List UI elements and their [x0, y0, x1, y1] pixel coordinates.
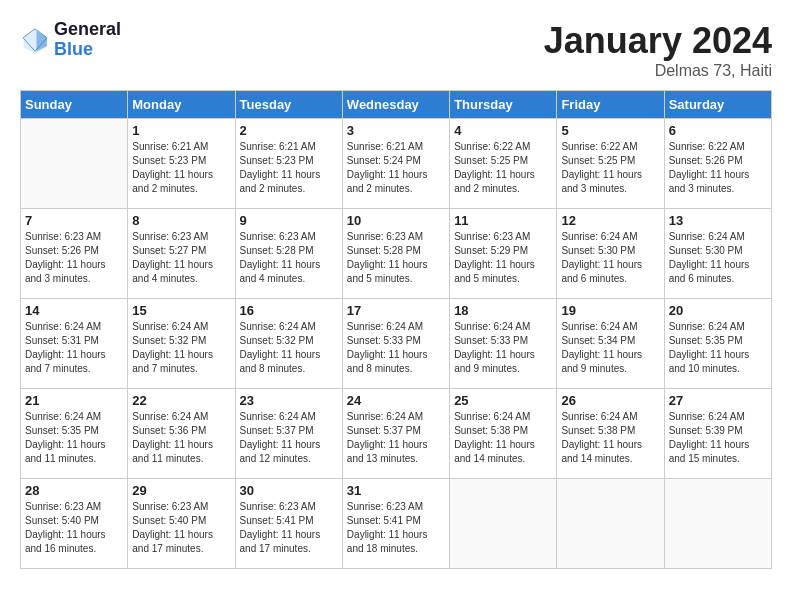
day-number: 29 — [132, 483, 230, 498]
day-info: Sunrise: 6:21 AM Sunset: 5:23 PM Dayligh… — [132, 140, 230, 196]
col-header-tuesday: Tuesday — [235, 91, 342, 119]
calendar-cell: 15Sunrise: 6:24 AM Sunset: 5:32 PM Dayli… — [128, 299, 235, 389]
day-number: 26 — [561, 393, 659, 408]
calendar-cell: 13Sunrise: 6:24 AM Sunset: 5:30 PM Dayli… — [664, 209, 771, 299]
calendar-cell — [664, 479, 771, 569]
col-header-monday: Monday — [128, 91, 235, 119]
col-header-sunday: Sunday — [21, 91, 128, 119]
calendar-cell: 9Sunrise: 6:23 AM Sunset: 5:28 PM Daylig… — [235, 209, 342, 299]
day-info: Sunrise: 6:23 AM Sunset: 5:27 PM Dayligh… — [132, 230, 230, 286]
day-info: Sunrise: 6:23 AM Sunset: 5:26 PM Dayligh… — [25, 230, 123, 286]
day-info: Sunrise: 6:24 AM Sunset: 5:36 PM Dayligh… — [132, 410, 230, 466]
page-header: General Blue January 2024 Delmas 73, Hai… — [20, 20, 772, 80]
calendar-cell: 21Sunrise: 6:24 AM Sunset: 5:35 PM Dayli… — [21, 389, 128, 479]
day-number: 5 — [561, 123, 659, 138]
calendar-cell: 26Sunrise: 6:24 AM Sunset: 5:38 PM Dayli… — [557, 389, 664, 479]
day-number: 7 — [25, 213, 123, 228]
day-info: Sunrise: 6:24 AM Sunset: 5:33 PM Dayligh… — [347, 320, 445, 376]
calendar-cell: 17Sunrise: 6:24 AM Sunset: 5:33 PM Dayli… — [342, 299, 449, 389]
logo-line2: Blue — [54, 40, 121, 60]
day-number: 17 — [347, 303, 445, 318]
header-row: SundayMondayTuesdayWednesdayThursdayFrid… — [21, 91, 772, 119]
month-title: January 2024 — [544, 20, 772, 62]
col-header-saturday: Saturday — [664, 91, 771, 119]
day-info: Sunrise: 6:24 AM Sunset: 5:34 PM Dayligh… — [561, 320, 659, 376]
day-info: Sunrise: 6:24 AM Sunset: 5:37 PM Dayligh… — [240, 410, 338, 466]
day-info: Sunrise: 6:24 AM Sunset: 5:38 PM Dayligh… — [561, 410, 659, 466]
day-number: 13 — [669, 213, 767, 228]
calendar-cell: 31Sunrise: 6:23 AM Sunset: 5:41 PM Dayli… — [342, 479, 449, 569]
day-info: Sunrise: 6:24 AM Sunset: 5:32 PM Dayligh… — [132, 320, 230, 376]
calendar-cell: 3Sunrise: 6:21 AM Sunset: 5:24 PM Daylig… — [342, 119, 449, 209]
calendar-cell: 19Sunrise: 6:24 AM Sunset: 5:34 PM Dayli… — [557, 299, 664, 389]
day-number: 25 — [454, 393, 552, 408]
day-number: 20 — [669, 303, 767, 318]
calendar-cell: 16Sunrise: 6:24 AM Sunset: 5:32 PM Dayli… — [235, 299, 342, 389]
calendar-cell: 29Sunrise: 6:23 AM Sunset: 5:40 PM Dayli… — [128, 479, 235, 569]
calendar-cell: 12Sunrise: 6:24 AM Sunset: 5:30 PM Dayli… — [557, 209, 664, 299]
day-info: Sunrise: 6:22 AM Sunset: 5:25 PM Dayligh… — [561, 140, 659, 196]
day-number: 27 — [669, 393, 767, 408]
day-number: 14 — [25, 303, 123, 318]
calendar-table: SundayMondayTuesdayWednesdayThursdayFrid… — [20, 90, 772, 569]
day-number: 10 — [347, 213, 445, 228]
day-info: Sunrise: 6:21 AM Sunset: 5:23 PM Dayligh… — [240, 140, 338, 196]
day-number: 24 — [347, 393, 445, 408]
calendar-cell: 8Sunrise: 6:23 AM Sunset: 5:27 PM Daylig… — [128, 209, 235, 299]
title-section: January 2024 Delmas 73, Haiti — [544, 20, 772, 80]
day-number: 18 — [454, 303, 552, 318]
day-info: Sunrise: 6:24 AM Sunset: 5:31 PM Dayligh… — [25, 320, 123, 376]
calendar-week-3: 14Sunrise: 6:24 AM Sunset: 5:31 PM Dayli… — [21, 299, 772, 389]
calendar-cell: 23Sunrise: 6:24 AM Sunset: 5:37 PM Dayli… — [235, 389, 342, 479]
calendar-week-4: 21Sunrise: 6:24 AM Sunset: 5:35 PM Dayli… — [21, 389, 772, 479]
calendar-cell: 22Sunrise: 6:24 AM Sunset: 5:36 PM Dayli… — [128, 389, 235, 479]
calendar-cell: 7Sunrise: 6:23 AM Sunset: 5:26 PM Daylig… — [21, 209, 128, 299]
day-number: 1 — [132, 123, 230, 138]
location-subtitle: Delmas 73, Haiti — [544, 62, 772, 80]
day-info: Sunrise: 6:22 AM Sunset: 5:25 PM Dayligh… — [454, 140, 552, 196]
calendar-cell: 24Sunrise: 6:24 AM Sunset: 5:37 PM Dayli… — [342, 389, 449, 479]
day-number: 30 — [240, 483, 338, 498]
calendar-cell: 28Sunrise: 6:23 AM Sunset: 5:40 PM Dayli… — [21, 479, 128, 569]
day-number: 11 — [454, 213, 552, 228]
day-number: 6 — [669, 123, 767, 138]
day-info: Sunrise: 6:24 AM Sunset: 5:30 PM Dayligh… — [669, 230, 767, 286]
calendar-cell — [450, 479, 557, 569]
day-info: Sunrise: 6:24 AM Sunset: 5:30 PM Dayligh… — [561, 230, 659, 286]
calendar-cell: 25Sunrise: 6:24 AM Sunset: 5:38 PM Dayli… — [450, 389, 557, 479]
day-info: Sunrise: 6:23 AM Sunset: 5:40 PM Dayligh… — [132, 500, 230, 556]
logo-line1: General — [54, 20, 121, 40]
calendar-cell: 4Sunrise: 6:22 AM Sunset: 5:25 PM Daylig… — [450, 119, 557, 209]
day-number: 3 — [347, 123, 445, 138]
day-info: Sunrise: 6:21 AM Sunset: 5:24 PM Dayligh… — [347, 140, 445, 196]
day-info: Sunrise: 6:24 AM Sunset: 5:35 PM Dayligh… — [669, 320, 767, 376]
calendar-week-2: 7Sunrise: 6:23 AM Sunset: 5:26 PM Daylig… — [21, 209, 772, 299]
calendar-cell: 11Sunrise: 6:23 AM Sunset: 5:29 PM Dayli… — [450, 209, 557, 299]
day-info: Sunrise: 6:23 AM Sunset: 5:40 PM Dayligh… — [25, 500, 123, 556]
day-info: Sunrise: 6:23 AM Sunset: 5:28 PM Dayligh… — [240, 230, 338, 286]
col-header-friday: Friday — [557, 91, 664, 119]
calendar-cell: 14Sunrise: 6:24 AM Sunset: 5:31 PM Dayli… — [21, 299, 128, 389]
day-number: 9 — [240, 213, 338, 228]
logo: General Blue — [20, 20, 121, 60]
calendar-cell: 10Sunrise: 6:23 AM Sunset: 5:28 PM Dayli… — [342, 209, 449, 299]
day-info: Sunrise: 6:23 AM Sunset: 5:28 PM Dayligh… — [347, 230, 445, 286]
day-info: Sunrise: 6:24 AM Sunset: 5:33 PM Dayligh… — [454, 320, 552, 376]
day-info: Sunrise: 6:24 AM Sunset: 5:37 PM Dayligh… — [347, 410, 445, 466]
calendar-week-5: 28Sunrise: 6:23 AM Sunset: 5:40 PM Dayli… — [21, 479, 772, 569]
day-info: Sunrise: 6:23 AM Sunset: 5:29 PM Dayligh… — [454, 230, 552, 286]
logo-text: General Blue — [54, 20, 121, 60]
calendar-cell: 20Sunrise: 6:24 AM Sunset: 5:35 PM Dayli… — [664, 299, 771, 389]
calendar-cell: 2Sunrise: 6:21 AM Sunset: 5:23 PM Daylig… — [235, 119, 342, 209]
calendar-cell: 5Sunrise: 6:22 AM Sunset: 5:25 PM Daylig… — [557, 119, 664, 209]
day-number: 8 — [132, 213, 230, 228]
day-number: 12 — [561, 213, 659, 228]
calendar-cell: 18Sunrise: 6:24 AM Sunset: 5:33 PM Dayli… — [450, 299, 557, 389]
day-number: 16 — [240, 303, 338, 318]
day-info: Sunrise: 6:24 AM Sunset: 5:32 PM Dayligh… — [240, 320, 338, 376]
calendar-cell — [21, 119, 128, 209]
logo-icon — [20, 25, 50, 55]
calendar-cell: 6Sunrise: 6:22 AM Sunset: 5:26 PM Daylig… — [664, 119, 771, 209]
day-info: Sunrise: 6:23 AM Sunset: 5:41 PM Dayligh… — [347, 500, 445, 556]
day-number: 22 — [132, 393, 230, 408]
